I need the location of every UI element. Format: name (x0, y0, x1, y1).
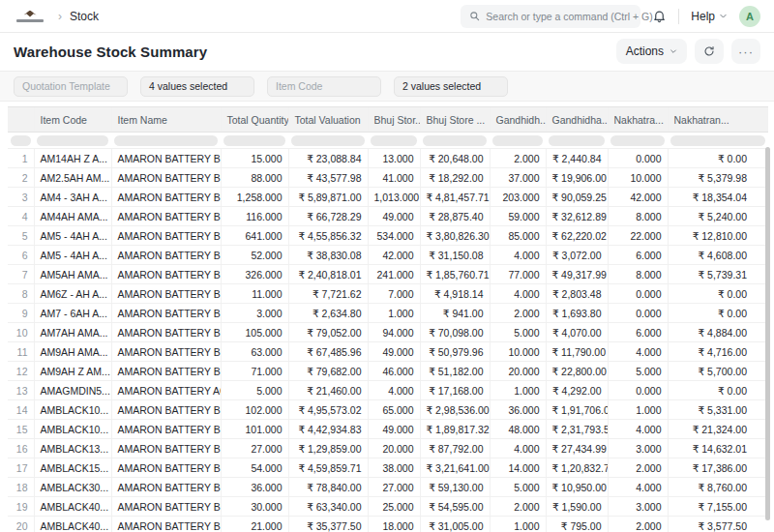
filter-control-2[interactable]: 4 values selected (140, 76, 254, 97)
cell-item-code[interactable]: AM5 - 4AH A... (34, 246, 111, 265)
cell-bhuj-store-value[interactable]: ₹ 51,182.00 (420, 362, 490, 381)
cell-gandhidham-qty[interactable]: 2.000 (490, 149, 546, 168)
filter-control-4[interactable]: 2 values selected (394, 76, 508, 97)
cell-bhuj-store-value[interactable]: ₹ 1,89,817.32 (420, 420, 490, 439)
cell-gandhidham-value[interactable]: ₹ 22,800.00 (546, 362, 608, 381)
cell-item-code[interactable]: AMBLACK13... (34, 439, 111, 458)
cell-bhuj-store-qty[interactable]: 13.000 (368, 149, 420, 168)
cell-item-code[interactable]: AMBLACK10... (34, 420, 111, 439)
user-avatar[interactable]: A (739, 6, 760, 27)
cell-total-valuation[interactable]: ₹ 79,052.00 (288, 323, 368, 342)
company-logo[interactable] (14, 8, 46, 25)
cell-item-code[interactable]: AMBLACK15... (34, 458, 111, 478)
cell-item-name[interactable]: AMARON BATTERY BL... (111, 439, 221, 458)
column-filter-gandhidham-qty[interactable] (492, 135, 543, 146)
column-filter-nakhatrana-qty[interactable] (610, 135, 665, 146)
cell-nakhatrana-value[interactable]: ₹ 5,331.00 (668, 400, 768, 420)
cell-gandhidham-qty[interactable]: 36.000 (490, 400, 546, 420)
cell-item-name[interactable]: AMARON BATTERY BL... (111, 458, 221, 478)
column-header-gandhidham-qty[interactable]: Gandhidh... (490, 107, 546, 133)
cell-gandhidham-qty[interactable]: 4.000 (490, 246, 546, 265)
cell-item-name[interactable]: AMARON BATTERY BE... (111, 284, 221, 304)
cell-nakhatrana-qty[interactable]: 3.000 (608, 439, 668, 458)
cell-bhuj-store-value[interactable]: ₹ 31,005.00 (420, 517, 490, 532)
cell-item-name[interactable]: AMARON BATTERY BE... (111, 149, 221, 168)
table-row[interactable]: 11AM9AH AMA...AMARON BATTERY BE...63.000… (8, 342, 768, 362)
cell-bhuj-store-value[interactable]: ₹ 4,81,457.71 (420, 188, 490, 207)
cell-gandhidham-value[interactable]: ₹ 4,070.00 (546, 323, 608, 342)
column-filter-gandhidham-value[interactable] (549, 135, 605, 146)
cell-total-quantity[interactable]: 101.000 (221, 420, 288, 439)
cell-gandhidham-qty[interactable]: 77.000 (490, 265, 546, 284)
cell-total-valuation[interactable]: ₹ 38,830.08 (288, 246, 368, 265)
cell-item-code[interactable]: AMBLACK40... (34, 497, 111, 517)
cell-bhuj-store-qty[interactable]: 534.000 (368, 226, 420, 246)
cell-bhuj-store-value[interactable]: ₹ 59,130.00 (420, 478, 490, 497)
column-filter-item-code[interactable] (37, 135, 108, 146)
table-row[interactable]: 7AM5AH AMA...AMARON BATTERY BE...326.000… (8, 265, 768, 284)
column-header-rownum[interactable] (8, 107, 34, 133)
cell-total-valuation[interactable]: ₹ 66,728.29 (288, 207, 368, 226)
cell-gandhidham-qty[interactable]: 1.000 (490, 517, 546, 532)
cell-gandhidham-value[interactable]: ₹ 2,803.48 (546, 284, 608, 304)
cell-total-valuation[interactable]: ₹ 4,95,573.02 (288, 400, 368, 420)
cell-gandhidham-qty[interactable]: 2.000 (490, 497, 546, 517)
cell-item-code[interactable]: AMBLACK10... (34, 400, 111, 420)
cell-bhuj-store-value[interactable]: ₹ 31,150.08 (420, 246, 490, 265)
cell-total-quantity[interactable]: 102.000 (221, 400, 288, 420)
cell-gandhidham-qty[interactable]: 48.000 (490, 420, 546, 439)
cell-bhuj-store-value[interactable]: ₹ 20,648.00 (420, 149, 490, 168)
cell-bhuj-store-value[interactable]: ₹ 28,875.40 (420, 207, 490, 226)
column-filter-bhuj-store-value[interactable] (423, 135, 487, 146)
cell-item-code[interactable]: AM7AH AMA... (34, 323, 111, 342)
cell-total-valuation[interactable]: ₹ 4,55,856.32 (288, 226, 368, 246)
cell-item-name[interactable]: AMARON BATTERY BE... (111, 362, 221, 381)
table-row[interactable]: 19AMBLACK40...AMARON BATTERY BL...30.000… (8, 497, 768, 517)
cell-total-quantity[interactable]: 52.000 (221, 246, 288, 265)
cell-gandhidham-value[interactable]: ₹ 1,91,706.02 (546, 400, 608, 420)
cell-nakhatrana-qty[interactable]: 22.000 (608, 226, 668, 246)
cell-total-quantity[interactable]: 27.000 (221, 439, 288, 458)
cell-item-name[interactable]: AMARON BATTERY BE... (111, 188, 221, 207)
cell-nakhatrana-qty[interactable]: 2.000 (608, 517, 668, 532)
cell-total-quantity[interactable]: 63.000 (221, 342, 288, 362)
column-header-nakhatrana-qty[interactable]: Nakhatra... (608, 107, 668, 133)
column-header-total-quantity[interactable]: Total Quantity (221, 107, 288, 133)
cell-gandhidham-value[interactable]: ₹ 90,059.25 (546, 188, 608, 207)
cell-item-name[interactable]: AMARON BATTERY BE... (111, 246, 221, 265)
breadcrumb[interactable]: Stock (70, 10, 99, 23)
cell-gandhidham-qty[interactable]: 10.000 (490, 342, 546, 362)
cell-item-code[interactable]: AM6Z - AH A... (34, 284, 111, 304)
column-header-nakhatrana-value[interactable]: Nakhatran... (668, 107, 768, 133)
cell-gandhidham-value[interactable]: ₹ 1,693.80 (546, 304, 608, 323)
cell-bhuj-store-qty[interactable]: 94.000 (368, 323, 420, 342)
cell-nakhatrana-value[interactable]: ₹ 0.00 (668, 149, 768, 168)
table-row[interactable]: 18AMBLACK30...AMARON BATTERY BL...36.000… (8, 478, 768, 497)
cell-total-valuation[interactable]: ₹ 4,42,934.83 (288, 420, 368, 439)
cell-bhuj-store-qty[interactable]: 65.000 (368, 400, 420, 420)
cell-nakhatrana-value[interactable]: ₹ 0.00 (668, 284, 768, 304)
table-row[interactable]: 3AM4 - 3AH A...AMARON BATTERY BE...1,258… (8, 188, 768, 207)
cell-gandhidham-value[interactable]: ₹ 3,072.00 (546, 246, 608, 265)
cell-gandhidham-value[interactable]: ₹ 1,590.00 (546, 497, 608, 517)
cell-gandhidham-value[interactable]: ₹ 4,292.00 (546, 381, 608, 400)
cell-item-code[interactable]: AM9AH Z AM... (34, 362, 111, 381)
cell-total-quantity[interactable]: 11.000 (221, 284, 288, 304)
cell-total-valuation[interactable]: ₹ 5,89,871.00 (288, 188, 368, 207)
table-row[interactable]: 16AMBLACK13...AMARON BATTERY BL...27.000… (8, 439, 768, 458)
cell-nakhatrana-value[interactable]: ₹ 18,354.04 (668, 188, 768, 207)
cell-nakhatrana-qty[interactable]: 10.000 (608, 168, 668, 188)
cell-gandhidham-qty[interactable]: 59.000 (490, 207, 546, 226)
cell-gandhidham-qty[interactable]: 14.000 (490, 458, 546, 478)
filter-control-1[interactable]: Quotation Template (14, 76, 128, 97)
refresh-button[interactable] (695, 39, 724, 64)
cell-total-valuation[interactable]: ₹ 4,59,859.71 (288, 458, 368, 478)
cell-bhuj-store-value[interactable]: ₹ 18,292.00 (420, 168, 490, 188)
cell-total-quantity[interactable]: 88.000 (221, 168, 288, 188)
menu-button[interactable]: ··· (731, 39, 760, 64)
cell-item-name[interactable]: AMARON BATTERY BE... (111, 168, 221, 188)
cell-bhuj-store-value[interactable]: ₹ 17,168.00 (420, 381, 490, 400)
table-row[interactable]: 13AMAGMDIN5...AMARON BATTERY AG...5.000₹… (8, 381, 768, 400)
cell-item-name[interactable]: AMARON BATTERY BL... (111, 497, 221, 517)
cell-item-name[interactable]: AMARON BATTERY BE... (111, 265, 221, 284)
